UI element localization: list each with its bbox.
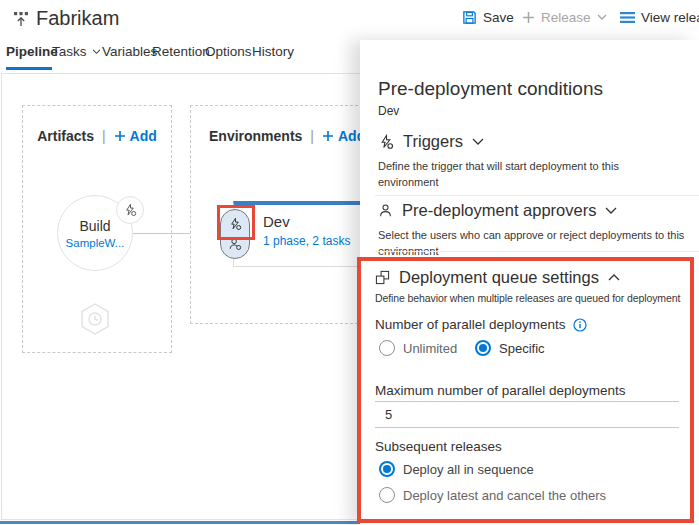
chevron-down-icon [605,207,617,215]
divider [375,195,699,196]
chevron-up-icon [608,274,620,282]
tab-retention[interactable]: Retention [152,44,210,59]
queue-settings-title: Deployment queue settings [399,268,599,287]
radio-specific[interactable]: Specific [475,340,545,356]
view-releases-label: View releases [641,10,699,25]
separator: | [102,128,106,144]
page-title: Fabrikam [36,7,119,30]
approvers-description: Select the users who can approve or reje… [378,227,699,259]
radio-circle-checked[interactable] [475,340,491,356]
add-environment-button[interactable]: Add [322,128,365,144]
add-artifact-button[interactable]: Add [114,128,157,144]
tab-history[interactable]: History [252,44,294,59]
radio-circle[interactable] [379,340,395,356]
artifacts-title: Artifacts [37,128,94,144]
tab-variables[interactable]: Variables [102,44,157,59]
separator: | [310,128,314,144]
pre-deployment-conditions-button[interactable] [228,217,242,231]
schedule-trigger-icon[interactable] [77,301,113,337]
tab-pipeline[interactable]: Pipeline [6,44,58,59]
radio-circle[interactable] [379,487,395,503]
max-parallel-input[interactable] [375,401,679,428]
queue-settings-icon [375,270,390,285]
radio-unlimited[interactable]: Unlimited [379,340,457,356]
command-bar: Fabrikam Save Release [0,0,699,38]
deployment-queue-settings-section: Deployment queue settings Define behavio… [357,257,694,523]
release-button[interactable]: Release [522,10,607,25]
radio-deploy-latest-cancel-others[interactable]: Deploy latest and cancel the others [379,487,606,503]
queue-settings-section-header[interactable]: Deployment queue settings [375,268,620,287]
lightning-trigger-icon [123,203,137,217]
artifact-source-link[interactable]: SampleW... [66,237,125,249]
max-parallel-label: Maximum number of parallel deployments [375,383,626,398]
panel-subtitle: Dev [378,104,399,118]
list-icon [620,11,635,24]
chevron-down-icon [597,14,607,21]
triggers-description: Define the trigger that will start deplo… [378,158,668,190]
release-label: Release [541,10,591,25]
radio-deploy-all-in-sequence[interactable]: Deploy all in sequence [379,461,534,477]
subsequent-releases-label: Subsequent releases [375,439,502,454]
plus-icon [522,11,535,24]
panel-title: Pre-deployment conditions [378,78,603,100]
parallel-deployments-label: Number of parallel deployments [375,317,587,332]
approvers-title: Pre-deployment approvers [402,201,596,220]
approvers-section-header[interactable]: Pre-deployment approvers [378,201,617,220]
plus-icon [114,130,126,142]
divider [375,251,699,252]
stage-conditions-pill [220,209,250,259]
info-icon[interactable] [573,318,587,332]
lightning-trigger-icon [378,134,394,150]
environments-title: Environments [209,128,302,144]
tab-tasks[interactable]: Tasks [52,44,101,59]
chevron-down-icon [92,49,101,55]
triggers-section-header[interactable]: Triggers [378,132,484,151]
view-releases-button[interactable]: View releases [620,10,699,25]
radio-circle-checked[interactable] [379,461,395,477]
queue-settings-description: Define behavior when multiple releases a… [375,292,680,304]
release-pipeline-icon [12,10,30,28]
person-icon [378,203,393,218]
release-pipeline-editor: Fabrikam Save Release [0,0,699,525]
chevron-down-icon [472,138,484,146]
save-button[interactable]: Save [462,10,514,25]
continuous-deployment-trigger-button[interactable] [116,196,144,224]
plus-icon [322,130,334,142]
save-label: Save [483,10,514,25]
post-deployment-conditions-button[interactable] [228,237,242,251]
artifact-name: Build [79,218,110,234]
horizontal-scrollbar[interactable] [0,521,361,524]
triggers-title: Triggers [403,132,463,151]
active-tab-underline [6,67,52,70]
tab-options[interactable]: Options [205,44,252,59]
save-icon [462,10,477,25]
